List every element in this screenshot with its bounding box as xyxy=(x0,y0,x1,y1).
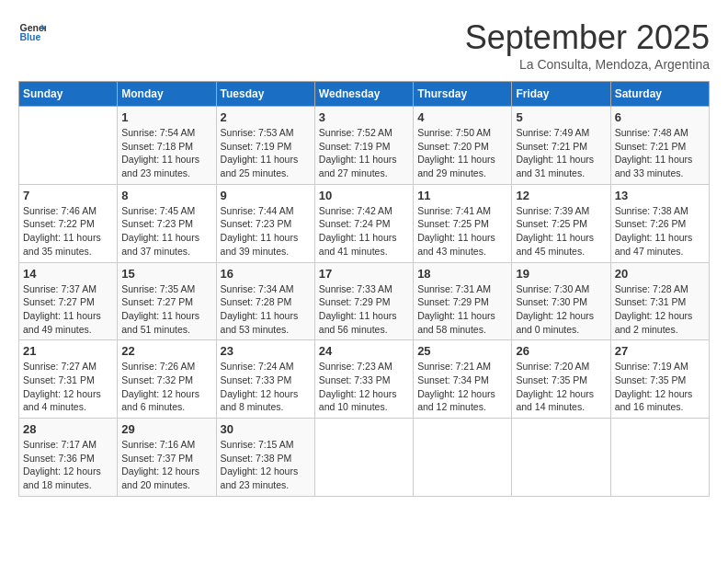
day-number: 21 xyxy=(23,344,113,358)
cell-w4-d5: 26 Sunrise: 7:20 AMSunset: 7:35 PMDaylig… xyxy=(512,340,610,419)
week-row-3: 14 Sunrise: 7:37 AMSunset: 7:27 PMDaylig… xyxy=(19,262,710,340)
day-info: Sunrise: 7:46 AMSunset: 7:22 PMDaylight:… xyxy=(23,204,113,259)
cell-w1-d1: 1 Sunrise: 7:54 AMSunset: 7:18 PMDayligh… xyxy=(118,107,216,185)
cell-w4-d6: 27 Sunrise: 7:19 AMSunset: 7:35 PMDaylig… xyxy=(610,340,709,419)
svg-text:Blue: Blue xyxy=(20,31,41,42)
cell-w5-d4 xyxy=(414,419,512,497)
day-number: 28 xyxy=(23,422,113,436)
day-number: 18 xyxy=(417,267,507,281)
day-info: Sunrise: 7:27 AMSunset: 7:31 PMDaylight:… xyxy=(23,360,113,414)
day-info: Sunrise: 7:39 AMSunset: 7:25 PMDaylight:… xyxy=(516,204,606,259)
cell-w2-d5: 12 Sunrise: 7:39 AMSunset: 7:25 PMDaylig… xyxy=(512,184,610,262)
day-number: 1 xyxy=(121,110,211,124)
day-number: 29 xyxy=(121,422,211,436)
cell-w2-d6: 13 Sunrise: 7:38 AMSunset: 7:26 PMDaylig… xyxy=(610,184,709,262)
col-friday: Friday xyxy=(512,82,610,107)
day-info: Sunrise: 7:20 AMSunset: 7:35 PMDaylight:… xyxy=(516,360,606,414)
cell-w3-d2: 16 Sunrise: 7:34 AMSunset: 7:28 PMDaylig… xyxy=(216,262,314,340)
cell-w3-d1: 15 Sunrise: 7:35 AMSunset: 7:27 PMDaylig… xyxy=(118,262,216,340)
day-info: Sunrise: 7:31 AMSunset: 7:29 PMDaylight:… xyxy=(417,282,507,337)
cell-w4-d3: 24 Sunrise: 7:23 AMSunset: 7:33 PMDaylig… xyxy=(314,340,413,419)
day-info: Sunrise: 7:45 AMSunset: 7:23 PMDaylight:… xyxy=(121,204,211,259)
day-number: 3 xyxy=(319,110,409,124)
day-number: 6 xyxy=(615,110,705,124)
week-row-1: 1 Sunrise: 7:54 AMSunset: 7:18 PMDayligh… xyxy=(19,107,710,185)
cell-w5-d0: 28 Sunrise: 7:17 AMSunset: 7:36 PMDaylig… xyxy=(19,419,118,497)
day-number: 2 xyxy=(221,110,311,124)
day-info: Sunrise: 7:33 AMSunset: 7:29 PMDaylight:… xyxy=(319,282,409,337)
cell-w4-d0: 21 Sunrise: 7:27 AMSunset: 7:31 PMDaylig… xyxy=(19,340,118,419)
cell-w4-d4: 25 Sunrise: 7:21 AMSunset: 7:34 PMDaylig… xyxy=(414,340,512,419)
day-number: 12 xyxy=(516,189,606,202)
day-info: Sunrise: 7:23 AMSunset: 7:33 PMDaylight:… xyxy=(319,360,409,414)
cell-w1-d4: 4 Sunrise: 7:50 AMSunset: 7:20 PMDayligh… xyxy=(414,107,512,185)
day-info: Sunrise: 7:37 AMSunset: 7:27 PMDaylight:… xyxy=(23,282,113,337)
col-tuesday: Tuesday xyxy=(216,82,314,107)
logo: General Blue xyxy=(18,18,48,46)
col-wednesday: Wednesday xyxy=(314,82,413,107)
day-info: Sunrise: 7:44 AMSunset: 7:23 PMDaylight:… xyxy=(221,204,311,259)
cell-w1-d0 xyxy=(19,107,118,185)
day-info: Sunrise: 7:53 AMSunset: 7:19 PMDaylight:… xyxy=(221,126,311,180)
cell-w1-d6: 6 Sunrise: 7:48 AMSunset: 7:21 PMDayligh… xyxy=(610,107,709,185)
day-number: 30 xyxy=(221,422,311,436)
title-area: September 2025 La Consulta, Mendoza, Arg… xyxy=(465,18,710,72)
cell-w3-d5: 19 Sunrise: 7:30 AMSunset: 7:30 PMDaylig… xyxy=(512,262,610,340)
day-info: Sunrise: 7:49 AMSunset: 7:21 PMDaylight:… xyxy=(516,126,606,180)
day-info: Sunrise: 7:34 AMSunset: 7:28 PMDaylight:… xyxy=(221,282,311,337)
day-number: 24 xyxy=(319,344,409,358)
col-thursday: Thursday xyxy=(414,82,512,107)
day-number: 15 xyxy=(121,267,211,281)
cell-w3-d3: 17 Sunrise: 7:33 AMSunset: 7:29 PMDaylig… xyxy=(314,262,413,340)
day-number: 22 xyxy=(121,344,211,358)
day-number: 5 xyxy=(516,110,606,124)
day-number: 17 xyxy=(319,267,409,281)
logo-icon: General Blue xyxy=(18,18,46,46)
day-number: 19 xyxy=(516,267,606,281)
day-number: 11 xyxy=(417,189,507,202)
day-info: Sunrise: 7:16 AMSunset: 7:37 PMDaylight:… xyxy=(121,438,211,492)
day-info: Sunrise: 7:30 AMSunset: 7:30 PMDaylight:… xyxy=(516,282,606,337)
day-info: Sunrise: 7:41 AMSunset: 7:25 PMDaylight:… xyxy=(417,204,507,259)
cell-w2-d4: 11 Sunrise: 7:41 AMSunset: 7:25 PMDaylig… xyxy=(414,184,512,262)
cell-w2-d3: 10 Sunrise: 7:42 AMSunset: 7:24 PMDaylig… xyxy=(314,184,413,262)
day-info: Sunrise: 7:19 AMSunset: 7:35 PMDaylight:… xyxy=(615,360,705,414)
week-row-2: 7 Sunrise: 7:46 AMSunset: 7:22 PMDayligh… xyxy=(19,184,710,262)
day-number: 26 xyxy=(516,344,606,358)
calendar-header-row: Sunday Monday Tuesday Wednesday Thursday… xyxy=(19,82,710,107)
day-number: 23 xyxy=(221,344,311,358)
header: General Blue September 2025 La Consulta,… xyxy=(18,18,710,72)
day-number: 10 xyxy=(319,189,409,202)
day-number: 9 xyxy=(221,189,311,202)
cell-w2-d0: 7 Sunrise: 7:46 AMSunset: 7:22 PMDayligh… xyxy=(19,184,118,262)
col-sunday: Sunday xyxy=(19,82,118,107)
col-monday: Monday xyxy=(118,82,216,107)
calendar-table: Sunday Monday Tuesday Wednesday Thursday… xyxy=(18,81,710,497)
day-info: Sunrise: 7:38 AMSunset: 7:26 PMDaylight:… xyxy=(615,204,705,259)
day-info: Sunrise: 7:24 AMSunset: 7:33 PMDaylight:… xyxy=(221,360,311,414)
cell-w5-d3 xyxy=(314,419,413,497)
day-info: Sunrise: 7:21 AMSunset: 7:34 PMDaylight:… xyxy=(417,360,507,414)
cell-w1-d2: 2 Sunrise: 7:53 AMSunset: 7:19 PMDayligh… xyxy=(216,107,314,185)
day-number: 20 xyxy=(615,267,705,281)
day-info: Sunrise: 7:50 AMSunset: 7:20 PMDaylight:… xyxy=(417,126,507,180)
cell-w5-d6 xyxy=(610,419,709,497)
cell-w3-d4: 18 Sunrise: 7:31 AMSunset: 7:29 PMDaylig… xyxy=(414,262,512,340)
cell-w5-d2: 30 Sunrise: 7:15 AMSunset: 7:38 PMDaylig… xyxy=(216,419,314,497)
day-info: Sunrise: 7:48 AMSunset: 7:21 PMDaylight:… xyxy=(615,126,705,180)
cell-w5-d1: 29 Sunrise: 7:16 AMSunset: 7:37 PMDaylig… xyxy=(118,419,216,497)
cell-w5-d5 xyxy=(512,419,610,497)
month-title: September 2025 xyxy=(465,18,710,57)
day-number: 14 xyxy=(23,267,113,281)
day-number: 25 xyxy=(417,344,507,358)
col-saturday: Saturday xyxy=(610,82,709,107)
day-info: Sunrise: 7:52 AMSunset: 7:19 PMDaylight:… xyxy=(319,126,409,180)
cell-w4-d2: 23 Sunrise: 7:24 AMSunset: 7:33 PMDaylig… xyxy=(216,340,314,419)
cell-w3-d0: 14 Sunrise: 7:37 AMSunset: 7:27 PMDaylig… xyxy=(19,262,118,340)
day-number: 7 xyxy=(23,189,113,202)
day-number: 4 xyxy=(417,110,507,124)
cell-w4-d1: 22 Sunrise: 7:26 AMSunset: 7:32 PMDaylig… xyxy=(118,340,216,419)
day-number: 13 xyxy=(615,189,705,202)
day-info: Sunrise: 7:28 AMSunset: 7:31 PMDaylight:… xyxy=(615,282,705,337)
cell-w3-d6: 20 Sunrise: 7:28 AMSunset: 7:31 PMDaylig… xyxy=(610,262,709,340)
